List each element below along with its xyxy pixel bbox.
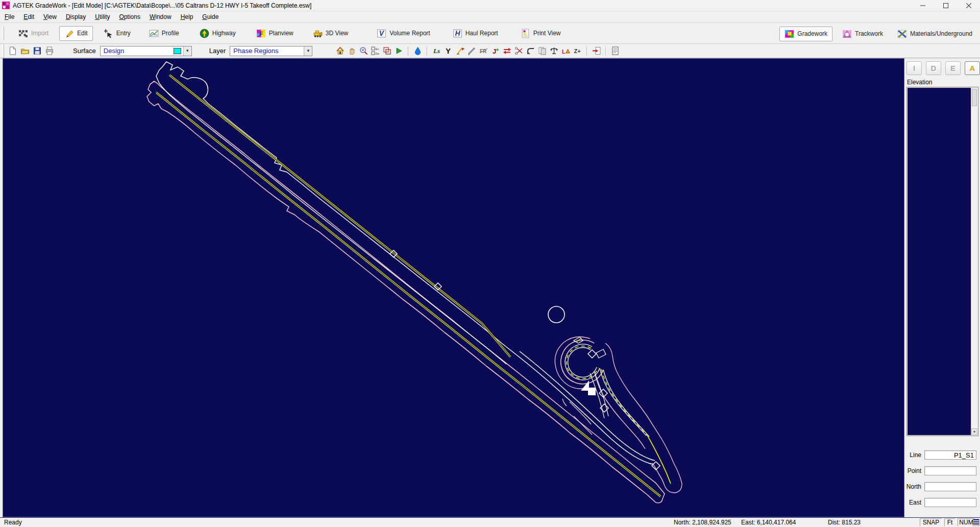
materials-underground-mode-button[interactable]: Materials/Underground: [893, 27, 977, 41]
elevation-triangle-icon[interactable]: L: [560, 46, 571, 56]
wye-icon[interactable]: Y: [443, 46, 453, 56]
side-panel: I D E A Elevation ▼ Line P1_S1 Point Nor…: [904, 58, 980, 517]
entry-label: Entry: [116, 30, 131, 37]
balance-scale-icon[interactable]: [549, 46, 559, 56]
gore-square: [588, 388, 596, 395]
send-page-icon[interactable]: [591, 46, 601, 56]
line-style-icon[interactable]: Ls: [431, 46, 442, 56]
surface-combobox[interactable]: Design ▼: [100, 46, 192, 56]
snap-toggle[interactable]: SNAP: [920, 518, 942, 526]
profile-button[interactable]: Profile: [144, 27, 184, 40]
point-field[interactable]: [924, 466, 976, 475]
menu-utility[interactable]: Utility: [90, 12, 114, 22]
menu-options[interactable]: Options: [115, 12, 145, 22]
minimize-button[interactable]: [911, 0, 934, 11]
planview-letter: F: [259, 30, 263, 36]
z-plus-icon[interactable]: Z+: [572, 46, 582, 56]
menu-file[interactable]: File: [0, 12, 19, 22]
menu-display[interactable]: Display: [61, 12, 90, 22]
gradework-mode-button[interactable]: Gradework: [779, 27, 832, 41]
home-icon[interactable]: [335, 46, 345, 56]
report-doc-icon[interactable]: [610, 46, 620, 56]
window-title: AGTEK GradeWork - [Edit Mode] [C:\AGTEK\…: [13, 2, 311, 9]
water-drop-icon[interactable]: [412, 46, 423, 56]
elevation-list[interactable]: ▼: [906, 87, 978, 436]
volume-report-button[interactable]: V Volume Report: [372, 27, 434, 40]
close-button[interactable]: [957, 0, 980, 11]
north-field[interactable]: [924, 482, 976, 491]
print-icon[interactable]: [45, 46, 54, 55]
scrollbar-down-arrow-icon[interactable]: ▼: [971, 428, 977, 435]
play-icon[interactable]: [394, 46, 404, 56]
scrollbar-thumb[interactable]: [972, 89, 977, 106]
toolbar-separator: [605, 46, 606, 56]
haul-report-button[interactable]: H Haul Report: [448, 27, 503, 40]
mode-button-d[interactable]: D: [926, 61, 941, 75]
edit-label: Edit: [77, 30, 88, 37]
measure-pencil-icon[interactable]: [467, 46, 477, 56]
toolbar-grip-2[interactable]: [3, 44, 4, 58]
edit-button[interactable]: Edit: [59, 26, 93, 41]
svg-text:Ls: Ls: [433, 47, 440, 55]
units-indicator[interactable]: Ft: [944, 518, 955, 526]
fillet-corner-icon[interactable]: [525, 46, 535, 56]
layer-label: Layer: [209, 47, 226, 55]
menu-help[interactable]: Help: [176, 12, 198, 22]
reverse-arrows-icon[interactable]: [502, 46, 512, 56]
layer-combo-arrow-icon[interactable]: ▼: [304, 46, 312, 56]
toolbar-separator: [427, 46, 427, 56]
surface-combo-arrow-icon[interactable]: ▼: [183, 46, 191, 56]
line-field[interactable]: P1_S1: [924, 450, 976, 460]
new-document-icon[interactable]: [8, 46, 17, 55]
flag-pole-icon[interactable]: [455, 46, 465, 56]
mode-button-a[interactable]: A: [965, 61, 980, 75]
menu-edit[interactable]: Edit: [19, 12, 39, 22]
stack-pages-icon[interactable]: [537, 46, 547, 56]
tool-icon-strip: Ex De Ls Y: [335, 46, 620, 56]
toolbar-grip[interactable]: [3, 27, 4, 40]
plan-drawing: [3, 59, 904, 517]
copy-view-icon[interactable]: [382, 46, 392, 56]
highway-label: Highway: [212, 30, 236, 37]
status-north: North: 2,108,924.925: [674, 519, 731, 526]
scraper-3d-icon: [313, 29, 323, 38]
east-field[interactable]: [924, 498, 976, 507]
import-button[interactable]: Import: [14, 27, 53, 40]
materials-underground-label: Materials/Underground: [910, 30, 972, 37]
highway-button[interactable]: Highway: [195, 27, 240, 40]
maximize-button[interactable]: [934, 0, 957, 11]
loop-white-outer-arc: [565, 344, 600, 380]
materials-underground-icon: [897, 29, 907, 39]
entry-button[interactable]: Entry: [99, 27, 135, 40]
layer-combobox[interactable]: Phase Regions ▼: [230, 46, 312, 56]
main-toolbar: Import Edit Entry Profile: [0, 22, 980, 44]
menu-view[interactable]: View: [39, 12, 61, 22]
mode-button-i[interactable]: I: [906, 61, 922, 75]
status-east: East: 6,140,417.064: [741, 519, 796, 526]
planview-label: Planview: [269, 30, 293, 37]
statusbar-grip-icon: [973, 519, 979, 526]
zoom-magnifier-icon[interactable]: [358, 46, 369, 56]
mode-button-e[interactable]: E: [945, 61, 961, 75]
trackwork-mode-button[interactable]: Trackwork: [838, 27, 888, 41]
menu-window[interactable]: Window: [145, 12, 176, 22]
svg-text:Z+: Z+: [574, 48, 580, 54]
title-bar: AGTEK GradeWork - [Edit Mode] [C:\AGTEK\…: [0, 0, 980, 11]
zoom-extents-icon[interactable]: Ex De: [370, 46, 380, 56]
fr-disable-icon[interactable]: FR: [478, 46, 488, 56]
open-folder-icon[interactable]: [20, 46, 30, 55]
3d-view-button[interactable]: 3D View: [308, 27, 353, 40]
save-icon[interactable]: [33, 46, 42, 55]
edit-toolbar: Surface Design ▼ Layer Phase Regions ▼: [0, 44, 980, 58]
print-view-button[interactable]: Print View: [516, 27, 566, 40]
trim-scissors-icon[interactable]: [513, 46, 524, 56]
join-icon[interactable]: J: [490, 46, 500, 56]
elevation-scrollbar[interactable]: ▼: [971, 88, 977, 435]
pencil-icon: [64, 29, 74, 38]
plan-canvas[interactable]: [3, 58, 904, 517]
main-line-outer: [517, 355, 652, 464]
menu-guide[interactable]: Guide: [198, 12, 223, 22]
planview-button[interactable]: F Planview: [252, 27, 298, 40]
pan-hand-icon[interactable]: [347, 46, 357, 56]
profile-chart-icon: [149, 29, 159, 38]
